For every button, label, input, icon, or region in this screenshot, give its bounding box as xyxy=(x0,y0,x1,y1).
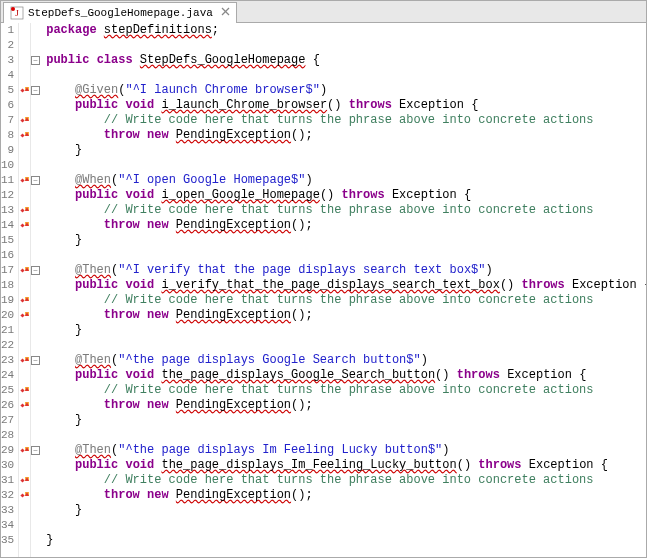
gutter-marker-cell xyxy=(19,98,30,113)
code-line: public void i_launch_Chrome_browser() th… xyxy=(46,98,646,113)
error-icon xyxy=(19,400,30,411)
tab-bar: J StepDefs_GoogleHomepage.java xyxy=(1,1,646,23)
fold-cell xyxy=(31,503,40,518)
error-icon xyxy=(19,490,30,501)
code-line xyxy=(46,68,646,83)
fold-cell: − xyxy=(31,173,40,188)
fold-cell: − xyxy=(31,53,40,68)
code-editor-area[interactable]: 1234567891011121314151617181920212223242… xyxy=(1,23,646,557)
tab-close-icon[interactable] xyxy=(221,7,230,19)
gutter-marker-cell xyxy=(19,398,30,413)
code-line: public void the_page_displays_Google_Sea… xyxy=(46,368,646,383)
svg-point-2 xyxy=(11,7,15,11)
svg-text:J: J xyxy=(15,8,19,18)
code-line: @Then("^I verify that the page displays … xyxy=(46,263,646,278)
svg-rect-25 xyxy=(21,388,25,392)
fold-cell xyxy=(31,23,40,38)
svg-rect-9 xyxy=(21,133,25,137)
code-line: } xyxy=(46,413,646,428)
fold-toggle-icon[interactable]: − xyxy=(31,446,40,455)
gutter-marker-cell xyxy=(19,383,30,398)
line-number: 35 xyxy=(1,533,14,548)
file-tab[interactable]: J StepDefs_GoogleHomepage.java xyxy=(3,2,237,23)
gutter-marker-cell xyxy=(19,353,30,368)
fold-cell xyxy=(31,308,40,323)
gutter-line-numbers: 1234567891011121314151617181920212223242… xyxy=(1,23,19,557)
gutter-marker-cell xyxy=(19,218,30,233)
gutter-marker-cell xyxy=(19,503,30,518)
line-number: 5 xyxy=(1,83,14,98)
line-number: 21 xyxy=(1,323,14,338)
error-icon xyxy=(19,385,30,396)
code-line: // Write code here that turns the phrase… xyxy=(46,293,646,308)
error-icon xyxy=(19,475,30,486)
line-number: 12 xyxy=(1,188,14,203)
svg-rect-5 xyxy=(21,88,25,92)
gutter-marker-cell xyxy=(19,143,30,158)
line-number: 28 xyxy=(1,428,14,443)
error-icon xyxy=(19,355,30,366)
line-number: 4 xyxy=(1,68,14,83)
code-line xyxy=(46,158,646,173)
code-line: throw new PendingException(); xyxy=(46,308,646,323)
gutter-marker-cell xyxy=(19,158,30,173)
fold-cell xyxy=(31,113,40,128)
fold-cell xyxy=(31,293,40,308)
svg-rect-27 xyxy=(21,403,25,407)
line-number: 2 xyxy=(1,38,14,53)
fold-cell xyxy=(31,278,40,293)
fold-cell: − xyxy=(31,83,40,98)
line-number: 11 xyxy=(1,173,14,188)
gutter-marker-cell xyxy=(19,473,30,488)
line-number: 8 xyxy=(1,128,14,143)
svg-rect-19 xyxy=(21,298,25,302)
fold-toggle-icon[interactable]: − xyxy=(31,266,40,275)
line-number: 20 xyxy=(1,308,14,323)
error-icon xyxy=(19,310,30,321)
svg-rect-21 xyxy=(21,313,25,317)
line-number: 18 xyxy=(1,278,14,293)
svg-rect-11 xyxy=(21,178,25,182)
error-icon xyxy=(19,265,30,276)
fold-toggle-icon[interactable]: − xyxy=(31,86,40,95)
gutter-markers xyxy=(19,23,31,557)
code-content[interactable]: package stepDefinitions; public class St… xyxy=(40,23,646,557)
error-icon xyxy=(19,175,30,186)
fold-cell xyxy=(31,338,40,353)
fold-cell xyxy=(31,473,40,488)
gutter-marker-cell xyxy=(19,68,30,83)
gutter-fold: −−−−−− xyxy=(31,23,40,557)
line-number: 19 xyxy=(1,293,14,308)
code-line: @Then("^the page displays Im Feeling Luc… xyxy=(46,443,646,458)
code-line: throw new PendingException(); xyxy=(46,398,646,413)
fold-toggle-icon[interactable]: − xyxy=(31,356,40,365)
fold-cell xyxy=(31,248,40,263)
fold-cell: − xyxy=(31,353,40,368)
line-number: 23 xyxy=(1,353,14,368)
code-line: // Write code here that turns the phrase… xyxy=(46,203,646,218)
editor-window: J StepDefs_GoogleHomepage.java 123456789… xyxy=(0,0,647,558)
line-number: 29 xyxy=(1,443,14,458)
fold-cell xyxy=(31,488,40,503)
code-line: throw new PendingException(); xyxy=(46,218,646,233)
fold-toggle-icon[interactable]: − xyxy=(31,56,40,65)
line-number: 13 xyxy=(1,203,14,218)
tab-filename: StepDefs_GoogleHomepage.java xyxy=(28,7,213,19)
code-line xyxy=(46,338,646,353)
line-number: 9 xyxy=(1,143,14,158)
fold-cell xyxy=(31,158,40,173)
error-icon xyxy=(19,130,30,141)
fold-toggle-icon[interactable]: − xyxy=(31,176,40,185)
gutter-marker-cell xyxy=(19,53,30,68)
error-icon xyxy=(19,220,30,231)
code-line: // Write code here that turns the phrase… xyxy=(46,473,646,488)
gutter-marker-cell xyxy=(19,128,30,143)
svg-rect-17 xyxy=(21,268,25,272)
error-icon xyxy=(19,115,30,126)
line-number: 7 xyxy=(1,113,14,128)
error-icon xyxy=(19,295,30,306)
gutter-marker-cell xyxy=(19,233,30,248)
svg-rect-15 xyxy=(21,223,25,227)
line-number: 22 xyxy=(1,338,14,353)
code-line: } xyxy=(46,323,646,338)
